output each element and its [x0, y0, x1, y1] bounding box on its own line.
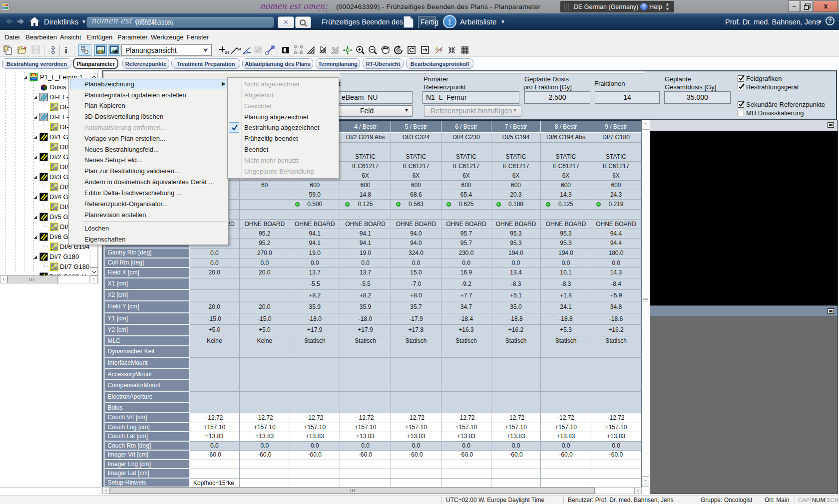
svg-text:54: 54 — [225, 50, 229, 55]
svg-text:54: 54 — [237, 47, 241, 51]
